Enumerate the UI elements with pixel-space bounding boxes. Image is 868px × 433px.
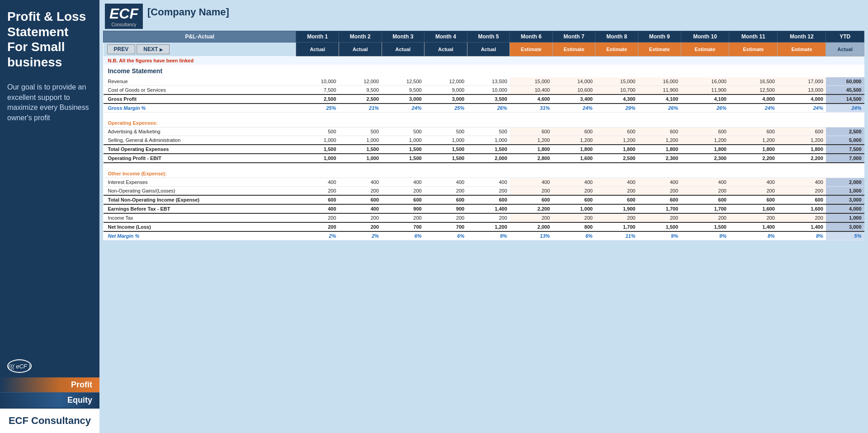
cell-value: 400 [638, 178, 681, 187]
cell-value: 3,000 [826, 195, 864, 204]
cell-value: 200 [467, 213, 510, 222]
row-label: Interest Expenses [104, 178, 296, 187]
cell-value: 1,200 [510, 136, 553, 145]
cell-value: 2,800 [510, 154, 553, 163]
cell-value: 200 [339, 187, 382, 196]
company-name[interactable]: [Company Name] [147, 4, 229, 18]
cell-value: 3,000 [425, 94, 467, 104]
cell-value: 6% [552, 231, 595, 240]
cell-value: 1,700 [595, 222, 638, 231]
sidebar-title: Profit & Loss Statement For Small busine… [0, 0, 99, 77]
cell-value: 1,500 [425, 145, 467, 154]
cell-value: 10,700 [595, 85, 638, 94]
table-row: Gross Profit2,5002,5003,0003,0003,5004,6… [104, 94, 864, 104]
cell-value: 8% [778, 231, 826, 240]
cell-value: 200 [467, 187, 510, 196]
cell-value: 1,200 [638, 136, 681, 145]
cell-value: 1,500 [296, 145, 339, 154]
table-row: Net Income (Loss)2002007007001,2002,0008… [104, 222, 864, 231]
table-row: Cost of Goods or Services7,5009,5009,500… [104, 85, 864, 94]
prev-button[interactable]: PREV [107, 44, 136, 54]
cell-value: 14,000 [552, 77, 595, 86]
table-row: Operating Profit - EBIT1,0001,0001,5001,… [104, 154, 864, 163]
table-row: Other Income (Expense): [104, 166, 864, 178]
cell-value: 1,000 [552, 204, 595, 213]
sidebar-nav-profit[interactable]: Profit [0, 377, 99, 392]
cell-value: 200 [382, 213, 425, 222]
cell-value: 1,500 [339, 145, 382, 154]
sidebar: Profit & Loss Statement For Small busine… [0, 0, 99, 433]
pl-actual-label: P&L-Actual [104, 31, 296, 42]
pl-table: P&L-Actual Month 1 Month 2 Month 3 Month… [103, 31, 864, 240]
cell-value: 500 [382, 127, 425, 136]
cell-value: 900 [382, 204, 425, 213]
table-row [104, 112, 864, 116]
next-button[interactable]: NEXT [137, 44, 170, 54]
cell-value: 1,500 [638, 222, 681, 231]
cell-value: 600 [595, 195, 638, 204]
cell-value: 400 [296, 204, 339, 213]
cell-value: 400 [339, 204, 382, 213]
cell-value: 2,000 [510, 222, 553, 231]
month7-header: Month 7 [552, 31, 595, 42]
cell-value: 1,000 [826, 187, 864, 196]
cell-value: 15,000 [510, 77, 553, 86]
cell-value: 200 [729, 187, 778, 196]
cell-value: 16,000 [681, 77, 729, 86]
cell-value: 200 [778, 187, 826, 196]
cell-value: 1,000 [425, 136, 467, 145]
row-label: Net Margin % [104, 231, 296, 240]
note-row: N.B. All the figures have been linked [104, 56, 864, 65]
cell-value: 10,000 [296, 77, 339, 86]
type10: Estimate [681, 42, 729, 56]
cell-value: 17,000 [778, 77, 826, 86]
cell-value: 600 [467, 195, 510, 204]
cell-value: 400 [729, 178, 778, 187]
cell-value: 600 [510, 195, 553, 204]
ecf-logo: ECF Consultancy [105, 4, 143, 29]
equity-label: Equity [67, 395, 92, 405]
cell-value: 200 [296, 222, 339, 231]
cell-value: 6% [425, 231, 467, 240]
cell-value: 24% [729, 104, 778, 113]
type1: Actual [296, 42, 339, 56]
cell-value: 10,000 [467, 85, 510, 94]
section-header-label: Other Income (Expense): [104, 166, 864, 178]
table-body: N.B. All the figures have been linked In… [104, 56, 864, 240]
cell-value: 1,400 [778, 222, 826, 231]
cell-value: 60,000 [826, 77, 864, 86]
cell-value: 1,000 [339, 154, 382, 163]
month9-header: Month 9 [638, 31, 681, 42]
month11-header: Month 11 [729, 31, 778, 42]
cell-value: 600 [778, 127, 826, 136]
cell-value: 3,000 [382, 94, 425, 104]
cell-value: 400 [467, 178, 510, 187]
sidebar-nav-equity[interactable]: Equity [0, 392, 99, 408]
cell-value: 400 [425, 178, 467, 187]
cell-value: 5% [826, 231, 864, 240]
cell-value: 6% [382, 231, 425, 240]
month6-header: Month 6 [510, 31, 553, 42]
cell-value: 2,200 [778, 154, 826, 163]
row-label: Gross Profit [104, 94, 296, 104]
header: ECF Consultancy [Company Name] [99, 0, 868, 29]
cell-value: 600 [552, 195, 595, 204]
cell-value: 1,800 [510, 145, 553, 154]
row-label: Non-Operating Gains/(Losses) [104, 187, 296, 196]
cell-value: 15,000 [595, 77, 638, 86]
cell-value: 1,400 [467, 204, 510, 213]
cell-value: 200 [510, 213, 553, 222]
type3: Actual [382, 42, 425, 56]
table-row: Gross Margin %25%21%24%25%26%31%24%29%26… [104, 104, 864, 113]
cell-value: 200 [552, 213, 595, 222]
cell-value: 2,200 [510, 204, 553, 213]
table-row: Revenue10,00012,00012,50012,00013,50015,… [104, 77, 864, 86]
cell-value: 800 [552, 222, 595, 231]
cell-value: 200 [296, 213, 339, 222]
cell-value: 13% [510, 231, 553, 240]
income-statement-label: Income Statement [104, 65, 864, 77]
month5-header: Month 5 [467, 31, 510, 42]
sidebar-description: Our goal is to provide an excellent supp… [0, 77, 99, 355]
table-row: Non-Operating Gains/(Losses)200200200200… [104, 187, 864, 196]
sidebar-nav: Profit Equity [0, 377, 99, 408]
